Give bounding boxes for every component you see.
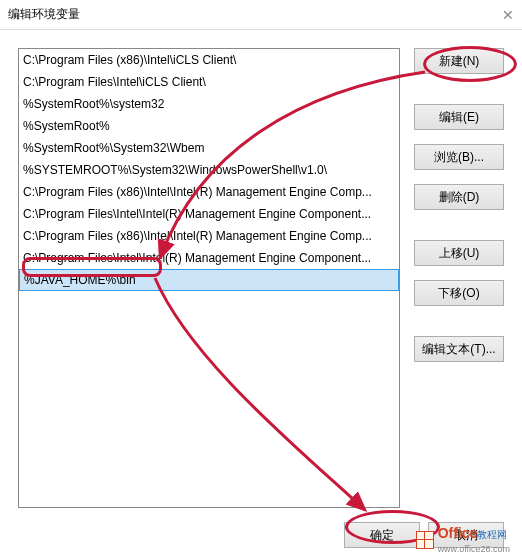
list-item[interactable]: C:\Program Files\Intel\Intel(R) Manageme…: [19, 203, 399, 225]
list-item[interactable]: C:\Program Files (x86)\Intel\Intel(R) Ma…: [19, 181, 399, 203]
browse-button[interactable]: 浏览(B)...: [414, 144, 504, 170]
list-item[interactable]: %SystemRoot%\system32: [19, 93, 399, 115]
list-item-selected[interactable]: %JAVA_HOME%\bin: [19, 269, 399, 291]
edittext-button[interactable]: 编辑文本(T)...: [414, 336, 504, 362]
list-item[interactable]: C:\Program Files\Intel\Intel(R) Manageme…: [19, 247, 399, 269]
list-item[interactable]: C:\Program Files (x86)\Intel\Intel(R) Ma…: [19, 225, 399, 247]
side-button-column: 新建(N) 编辑(E) 浏览(B)... 删除(D) 上移(U) 下移(O) 编…: [414, 48, 504, 520]
list-item[interactable]: C:\Program Files\Intel\iCLS Client\: [19, 71, 399, 93]
delete-button[interactable]: 删除(D): [414, 184, 504, 210]
window-title: 编辑环境变量: [8, 6, 80, 23]
cancel-button[interactable]: 取消: [428, 522, 504, 548]
close-icon[interactable]: ✕: [502, 7, 514, 23]
list-item[interactable]: %SYSTEMROOT%\System32\WindowsPowerShell\…: [19, 159, 399, 181]
dialog-content: C:\Program Files (x86)\Intel\iCLS Client…: [0, 30, 522, 530]
list-item[interactable]: %SystemRoot%\System32\Wbem: [19, 137, 399, 159]
bottom-button-bar: 确定 取消: [344, 522, 504, 548]
ok-button[interactable]: 确定: [344, 522, 420, 548]
edit-button[interactable]: 编辑(E): [414, 104, 504, 130]
moveup-button[interactable]: 上移(U): [414, 240, 504, 266]
list-item[interactable]: %SystemRoot%: [19, 115, 399, 137]
list-item[interactable]: C:\Program Files (x86)\Intel\iCLS Client…: [19, 49, 399, 71]
path-list[interactable]: C:\Program Files (x86)\Intel\iCLS Client…: [18, 48, 400, 508]
title-bar: 编辑环境变量 ✕: [0, 0, 522, 30]
movedown-button[interactable]: 下移(O): [414, 280, 504, 306]
new-button[interactable]: 新建(N): [414, 48, 504, 74]
